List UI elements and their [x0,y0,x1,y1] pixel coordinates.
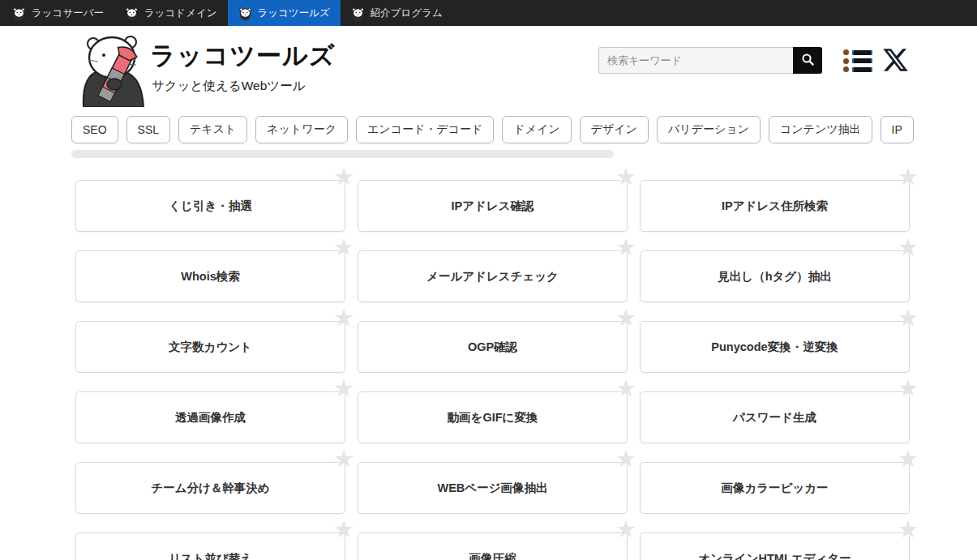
search-button[interactable] [793,47,822,74]
favorite-star-icon[interactable]: ★ [333,518,354,541]
tool-card-label: Whois検索 [181,269,240,284]
category-pill[interactable]: SSL [126,116,170,143]
category-pills: SEOSSLテキストネットワークエンコード・デコードドメインデザインバリデーショ… [71,116,916,145]
favorite-star-icon[interactable]: ★ [333,447,354,471]
tool-card-label: IPアドレス確認 [451,199,533,214]
tool-card[interactable]: ★文字数カウント [75,321,345,373]
search-input[interactable] [598,47,793,74]
category-pill[interactable]: ネットワーク [255,116,348,143]
category-pill[interactable]: ドメイン [502,116,571,143]
tool-card[interactable]: ★チーム分け＆幹事決め [75,462,345,514]
topbar: ラッコサーバー ラッコドメイン ラッコツールズ [0,0,977,26]
topbar-item[interactable]: ラッコツールズ [228,0,341,26]
favorite-star-icon[interactable]: ★ [333,165,354,189]
site-subtitle: サクッと使えるWebツール [152,78,306,95]
tool-card[interactable]: ★オンラインHTMLエディター [640,532,910,560]
list-row [843,66,872,72]
search-box [598,47,822,74]
header: ラッコツールズ サクッと使えるWebツール [0,26,977,112]
tool-card[interactable]: ★Punycode変換・逆変換 [640,321,910,373]
favorite-star-icon[interactable]: ★ [898,447,919,471]
tool-list-icon[interactable] [843,49,872,72]
favorite-star-icon[interactable]: ★ [898,165,919,189]
tool-card-label: メールアドレスチェック [426,269,559,284]
tool-card-label: 画像カラーピッカー [721,481,828,496]
site-logo-otter[interactable] [77,31,148,107]
favorite-star-icon[interactable]: ★ [333,306,354,330]
topbar-item-label: ラッコドメイン [144,6,217,20]
tool-card-label: OGP確認 [468,340,517,355]
favorite-star-icon[interactable]: ★ [615,165,636,189]
topbar-item-label: ラッコサーバー [32,6,104,20]
tool-card[interactable]: ★透過画像作成 [75,391,345,443]
favorite-star-icon[interactable]: ★ [615,236,636,259]
tool-card-label: パスワード生成 [733,410,816,425]
tool-card[interactable]: ★メールアドレスチェック [358,250,628,302]
favorite-star-icon[interactable]: ★ [898,518,919,541]
favorite-star-icon[interactable]: ★ [898,236,919,259]
category-pill[interactable]: バリデーション [657,116,761,143]
topbar-item-label: ラッコツールズ [258,6,330,20]
topbar-item-label: 紹介プログラム [371,6,443,20]
tool-card[interactable]: ★画像カラーピッカー [640,462,910,514]
tool-card[interactable]: ★くじ引き・抽選 [75,180,345,232]
tool-card[interactable]: ★WEBページ画像抽出 [358,462,628,514]
tool-card[interactable]: ★Whois検索 [75,250,345,302]
category-pill[interactable]: SEO [71,116,118,143]
favorite-star-icon[interactable]: ★ [615,377,636,400]
list-row [843,49,872,55]
tool-card-label: Punycode変換・逆変換 [711,340,838,355]
tool-card[interactable]: ★パスワード生成 [640,391,910,443]
category-pill[interactable]: エンコード・デコード [356,116,494,143]
category-pill[interactable]: コンテンツ抽出 [769,116,872,143]
favorite-star-icon[interactable]: ★ [333,236,354,259]
site-title: ラッコツールズ [150,39,335,73]
tool-card[interactable]: ★IPアドレス住所検索 [640,180,910,232]
search-icon [801,53,815,69]
tool-card-label: オンラインHTMLエディター [698,551,851,560]
favorite-star-icon[interactable]: ★ [615,306,636,330]
tool-card[interactable]: ★リスト並び替え [75,532,345,560]
otter-mascot-icon [125,6,139,20]
tool-card-label: リスト並び替え [169,551,252,560]
tool-card-label: チーム分け＆幹事決め [151,481,269,496]
favorite-star-icon[interactable]: ★ [333,377,354,400]
tool-card[interactable]: ★動画をGIFに変換 [358,391,628,443]
category-pill[interactable]: IP [881,116,914,143]
tool-card-label: くじ引き・抽選 [169,199,252,214]
tool-card[interactable]: ★IPアドレス確認 [358,180,628,232]
list-row [843,58,872,64]
favorite-star-icon[interactable]: ★ [615,518,636,541]
topbar-item[interactable]: ラッコサーバー [2,0,114,26]
tool-card-label: 見出し（hタグ）抽出 [718,269,831,284]
tool-card[interactable]: ★OGP確認 [358,321,628,373]
favorite-star-icon[interactable]: ★ [898,377,919,400]
category-pill[interactable]: テキスト [178,116,247,143]
tool-card-label: 文字数カウント [169,340,252,355]
tool-card-label: 動画をGIFに変換 [448,410,538,425]
topbar-item[interactable]: 紹介プログラム [341,0,453,26]
otter-mascot-icon [12,6,26,20]
otter-mascot-icon [238,6,252,20]
pills-horizontal-scrollbar[interactable] [71,150,614,158]
favorite-star-icon[interactable]: ★ [898,306,919,330]
tool-card-label: IPアドレス住所検索 [722,199,828,214]
tools-grid: ★くじ引き・抽選★IPアドレス確認★IPアドレス住所検索★Whois検索★メール… [75,180,910,560]
tool-card[interactable]: ★見出し（hタグ）抽出 [640,250,910,302]
favorite-star-icon[interactable]: ★ [615,447,636,471]
otter-mascot-icon [351,6,365,20]
x-twitter-icon[interactable] [881,46,911,74]
tool-card-label: 画像圧縮 [469,551,516,560]
category-pill[interactable]: デザイン [580,116,649,143]
tool-card-label: 透過画像作成 [175,410,246,425]
topbar-item[interactable]: ラッコドメイン [114,0,228,26]
tool-card-label: WEBページ画像抽出 [437,481,547,496]
tool-card[interactable]: ★画像圧縮 [358,532,628,560]
